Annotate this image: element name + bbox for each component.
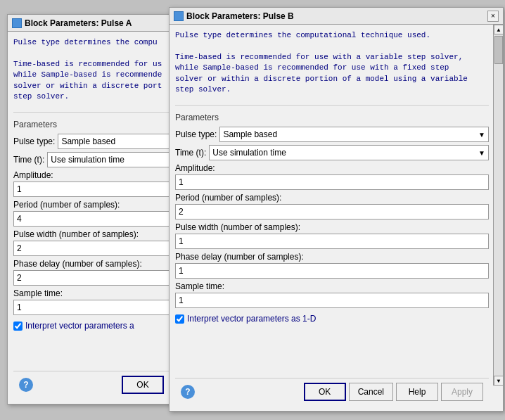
- phase-delay-input-b[interactable]: [175, 263, 489, 279]
- ok-button-b[interactable]: OK: [304, 383, 346, 401]
- pulse-width-label-b: Pulse width (number of samples):: [175, 222, 489, 232]
- vector-checkbox-a[interactable]: [13, 322, 23, 331]
- window-icon-a: [12, 18, 22, 28]
- period-input-b[interactable]: [175, 204, 489, 219]
- help-button-b[interactable]: Help: [396, 383, 438, 401]
- time-select-b[interactable]: Use simulation time ▼: [209, 145, 489, 160]
- pulse-type-label-b: Pulse type:: [175, 129, 217, 139]
- vector-checkbox-b[interactable]: [175, 314, 184, 324]
- checkbox-row-b: Interpret vector parameters as 1-D: [175, 314, 489, 324]
- window-content-b: Pulse type determines the computational …: [170, 25, 503, 411]
- scroll-down-b[interactable]: ▼: [494, 376, 504, 386]
- pulse-type-select-b[interactable]: Sample based ▼: [219, 127, 489, 142]
- period-label-b: Period (number of samples):: [175, 193, 489, 203]
- amplitude-input-a[interactable]: [13, 182, 170, 197]
- pulse-type-select-a[interactable]: Sample based: [58, 134, 170, 149]
- checkbox-label-a: Interpret vector parameters a: [25, 321, 134, 331]
- scrollbar-b[interactable]: ▲ ▼: [493, 25, 503, 386]
- time-label-a: Time (t):: [13, 155, 44, 165]
- title-bar-a: Block Parameters: Pulse A: [8, 15, 175, 32]
- phase-delay-label-a: Phase delay (number of samples):: [13, 259, 170, 269]
- pulse-type-label-a: Pulse type:: [13, 136, 55, 146]
- amplitude-label-b: Amplitude:: [175, 163, 489, 173]
- sample-time-input-b[interactable]: [175, 293, 489, 308]
- period-input-a[interactable]: [13, 211, 170, 227]
- pulse-width-input-b[interactable]: [175, 234, 489, 249]
- window-title-a: Block Parameters: Pulse A: [25, 18, 132, 28]
- phase-delay-label-b: Phase delay (number of samples):: [175, 252, 489, 262]
- apply-button-b[interactable]: Apply: [441, 383, 483, 401]
- amplitude-label-a: Amplitude:: [13, 170, 170, 180]
- sample-time-label-a: Sample time:: [13, 288, 170, 298]
- sample-time-label-b: Sample time:: [175, 281, 489, 291]
- ok-button-a[interactable]: OK: [122, 376, 164, 394]
- amplitude-input-b[interactable]: [175, 174, 489, 190]
- checkbox-row-a: Interpret vector parameters a: [13, 321, 170, 331]
- button-row-b: ? OK Cancel Help Apply: [175, 378, 489, 405]
- window-a: Block Parameters: Pulse A Pulse type det…: [7, 14, 176, 405]
- scroll-thumb-b[interactable]: [494, 36, 503, 64]
- title-bar-b: Block Parameters: Pulse B ×: [170, 8, 503, 25]
- time-row-a: Time (t): Use simulation time: [13, 152, 170, 167]
- scroll-up-b[interactable]: ▲: [494, 25, 504, 34]
- checkbox-label-b: Interpret vector parameters as 1-D: [187, 314, 316, 324]
- window-icon-b: [174, 11, 184, 21]
- pulse-width-label-a: Pulse width (number of samples):: [13, 229, 170, 239]
- pulse-type-row-a: Pulse type: Sample based: [13, 134, 170, 149]
- button-row-a: ? OK: [13, 371, 170, 398]
- description-b: Pulse type determines the computational …: [175, 30, 489, 95]
- help-icon-a[interactable]: ?: [19, 378, 33, 392]
- description-a: Pulse type determines the compu Time-bas…: [13, 37, 170, 102]
- window-b: Block Parameters: Pulse B × ▲ ▼ Pulse ty…: [169, 7, 504, 412]
- phase-delay-input-a[interactable]: [13, 270, 170, 286]
- window-title-b: Block Parameters: Pulse B: [186, 11, 294, 21]
- cancel-button-b[interactable]: Cancel: [349, 383, 393, 401]
- time-row-b: Time (t): Use simulation time ▼: [175, 145, 489, 160]
- time-label-b: Time (t):: [175, 148, 206, 158]
- window-content-a: Pulse type determines the compu Time-bas…: [8, 32, 175, 404]
- time-select-a[interactable]: Use simulation time: [47, 152, 170, 167]
- pulse-type-row-b: Pulse type: Sample based ▼: [175, 127, 489, 142]
- help-icon-b[interactable]: ?: [181, 385, 195, 399]
- params-label-a: Parameters: [13, 120, 170, 129]
- period-label-a: Period (number of samples):: [13, 200, 170, 210]
- pulse-width-input-a[interactable]: [13, 241, 170, 256]
- sample-time-input-a[interactable]: [13, 300, 170, 315]
- params-label-b: Parameters: [175, 113, 489, 122]
- close-button-b[interactable]: ×: [487, 11, 499, 22]
- chevron-down-icon: ▼: [478, 131, 485, 139]
- chevron-down-icon-2: ▼: [478, 149, 485, 157]
